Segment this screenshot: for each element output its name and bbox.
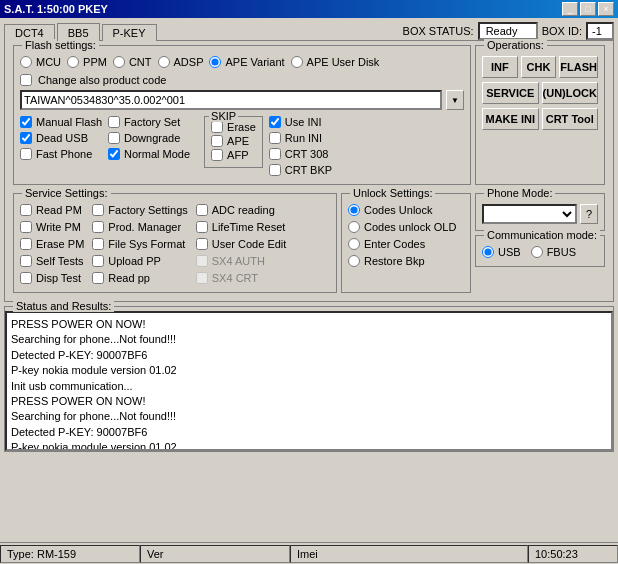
read-pm-check[interactable]: Read PM [20, 204, 84, 216]
crt-tool-button[interactable]: CRT Tool [542, 108, 599, 130]
minimize-button[interactable]: _ [562, 2, 578, 16]
status-content-area[interactable]: PRESS POWER ON NOW!Searching for phone..… [5, 311, 613, 451]
operations-group: Operations: INF CHK FLASH SERVICE (UN)LO… [475, 45, 605, 185]
adsp-label: ADSP [174, 56, 204, 68]
run-ini-check[interactable]: Run INI [269, 132, 332, 144]
operations-title: Operations: [484, 39, 547, 51]
ops-row2: SERVICE (UN)LOCK [482, 82, 598, 104]
ape-user-label: APE User Disk [307, 56, 380, 68]
erase-pm-check[interactable]: Erase PM [20, 238, 84, 250]
use-ini-check[interactable]: Use INI [269, 116, 332, 128]
dead-usb-check[interactable]: Dead USB [20, 132, 102, 144]
factory-settings-check[interactable]: Factory Settings [92, 204, 187, 216]
phone-mode-select[interactable] [482, 204, 577, 224]
status-results-panel: Status and Results: PRESS POWER ON NOW!S… [4, 306, 614, 452]
codes-unlock-radio[interactable]: Codes Unlock [348, 204, 464, 216]
usb-radio-row[interactable]: USB [482, 246, 521, 258]
ppm-label: PPM [83, 56, 107, 68]
restore-bkp-label: Restore Bkp [364, 255, 425, 267]
product-code-input[interactable] [20, 90, 442, 110]
enter-codes-radio[interactable]: Enter Codes [348, 238, 464, 250]
ape-user-radio[interactable] [291, 56, 303, 68]
box-id-label: BOX ID: [542, 25, 582, 37]
adsp-radio[interactable] [158, 56, 170, 68]
codes-unlock-label: Codes Unlock [364, 204, 432, 216]
skip-afp-check[interactable]: AFP [211, 149, 256, 161]
ape-user-option[interactable]: APE User Disk [291, 56, 380, 68]
change-also-checkbox[interactable] [20, 74, 32, 86]
fbus-radio-row[interactable]: FBUS [531, 246, 576, 258]
ape-variant-option[interactable]: APE Variant [209, 56, 284, 68]
service-col2: Factory Settings Prod. Manager File Sys … [92, 204, 187, 286]
make-ini-button[interactable]: MAKE INI [482, 108, 539, 130]
phone-mode-help-button[interactable]: ? [580, 204, 598, 224]
ppm-radio[interactable] [67, 56, 79, 68]
adsp-option[interactable]: ADSP [158, 56, 204, 68]
flash-button[interactable]: FLASH [559, 56, 598, 78]
service-settings-group: Service Settings: Read PM Write PM Erase… [13, 193, 337, 293]
service-button[interactable]: SERVICE [482, 82, 539, 104]
mcu-radio[interactable] [20, 56, 32, 68]
ops-row3: MAKE INI CRT Tool [482, 108, 598, 130]
skip-group: SKIP Erase APE AFP [204, 116, 263, 168]
unlock-button[interactable]: (UN)LOCK [542, 82, 599, 104]
factory-set-check[interactable]: Factory Set [108, 116, 190, 128]
unlock-settings-title: Unlock Settings: [350, 187, 435, 199]
fast-phone-label: Fast Phone [36, 148, 92, 160]
ape-variant-radio[interactable] [209, 56, 221, 68]
cnt-option[interactable]: CNT [113, 56, 152, 68]
enter-codes-label: Enter Codes [364, 238, 425, 250]
comm-mode-group: Communication mode: USB FBUS [475, 235, 605, 267]
normal-mode-label: Normal Mode [124, 148, 190, 160]
middle-panels-row: Service Settings: Read PM Write PM Erase… [9, 193, 609, 297]
window-controls[interactable]: _ □ × [562, 2, 614, 16]
ppm-option[interactable]: PPM [67, 56, 107, 68]
skip-ape-check[interactable]: APE [211, 135, 256, 147]
fbus-label: FBUS [547, 246, 576, 258]
upload-pp-check[interactable]: Upload PP [92, 255, 187, 267]
downgrade-check[interactable]: Downgrade [108, 132, 190, 144]
crt308-check[interactable]: CRT 308 [269, 148, 332, 160]
normal-mode-check[interactable]: Normal Mode [108, 148, 190, 160]
usb-label: USB [498, 246, 521, 258]
maximize-button[interactable]: □ [580, 2, 596, 16]
restore-bkp-radio[interactable]: Restore Bkp [348, 255, 464, 267]
status-ver: Ver [140, 545, 290, 563]
disp-test-check[interactable]: Disp Test [20, 272, 84, 284]
read-pp-check[interactable]: Read pp [92, 272, 187, 284]
self-tests-check[interactable]: Self Tests [20, 255, 84, 267]
manual-flash-check[interactable]: Manual Flash [20, 116, 102, 128]
unlock-settings-group: Unlock Settings: Codes Unlock Codes unlo… [341, 193, 471, 293]
sx4-auth-check[interactable]: SX4 AUTH [196, 255, 287, 267]
skip-erase-label: Erase [227, 121, 256, 133]
close-button[interactable]: × [598, 2, 614, 16]
comm-mode-options: USB FBUS [482, 246, 598, 260]
phone-mode-row: ? [482, 204, 598, 224]
prod-manager-check[interactable]: Prod. Manager [92, 221, 187, 233]
title-text: S.A.T. 1:50:00 PKEY [4, 3, 108, 15]
crt-bkp-check[interactable]: CRT BKP [269, 164, 332, 176]
product-code-dropdown[interactable]: ▼ [446, 90, 464, 110]
flash-settings-group: Flash settings: MCU PPM CNT ADSP [13, 45, 471, 185]
lifetime-reset-check[interactable]: LifeTime Reset [196, 221, 287, 233]
status-type: Type: RM-159 [0, 545, 140, 563]
adc-reading-check[interactable]: ADC reading [196, 204, 287, 216]
service-col1: Read PM Write PM Erase PM Self Tests Dis… [20, 204, 84, 286]
mcu-option[interactable]: MCU [20, 56, 61, 68]
downgrade-label: Downgrade [124, 132, 180, 144]
skip-erase-check[interactable]: Erase [211, 121, 256, 133]
codes-unlock-old-radio[interactable]: Codes unlock OLD [348, 221, 464, 233]
write-pm-check[interactable]: Write PM [20, 221, 84, 233]
status-results-title: Status and Results: [13, 300, 114, 312]
tab-bb5[interactable]: BB5 [57, 23, 100, 41]
user-code-edit-check[interactable]: User Code Edit [196, 238, 287, 250]
file-sys-check[interactable]: File Sys Format [92, 238, 187, 250]
tab-pkey[interactable]: P-KEY [102, 24, 157, 41]
tab-bar: DCT4 BB5 P-KEY [4, 22, 157, 40]
cnt-radio[interactable] [113, 56, 125, 68]
sx4-crt-check[interactable]: SX4 CRT [196, 272, 287, 284]
inf-button[interactable]: INF [482, 56, 518, 78]
fast-phone-check[interactable]: Fast Phone [20, 148, 102, 160]
comm-mode-title: Communication mode: [484, 229, 600, 241]
chk-button[interactable]: CHK [521, 56, 557, 78]
